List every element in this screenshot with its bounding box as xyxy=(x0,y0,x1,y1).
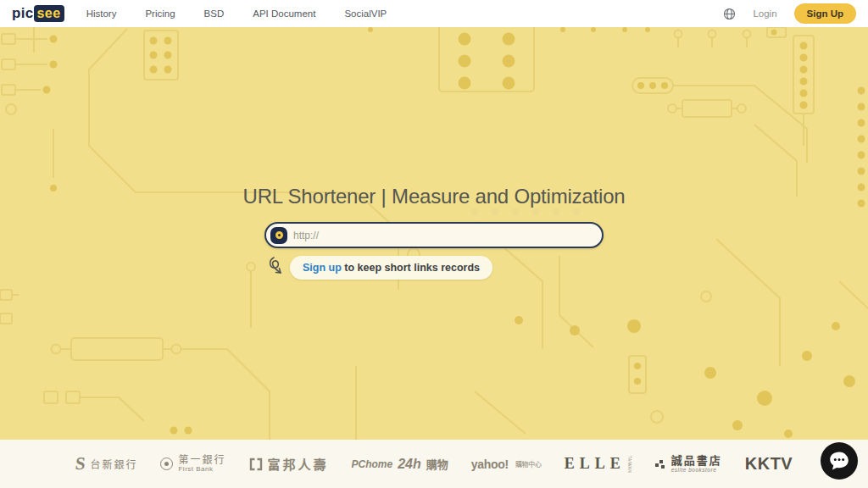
partner-label: KKTV xyxy=(745,454,793,474)
globe-icon[interactable] xyxy=(723,8,736,20)
signup-hint-link[interactable]: Sign up xyxy=(303,262,342,274)
logo-text-pic: pic xyxy=(12,5,33,22)
partner-sublabel: First Bank xyxy=(178,466,225,474)
nav-item-bsd[interactable]: BSD xyxy=(204,8,225,19)
signup-hint-pill[interactable]: Sign up to keep short links records xyxy=(290,256,492,280)
curly-arrow-icon xyxy=(266,256,287,280)
partner-taishin-bank: S 台新銀行 xyxy=(75,455,138,473)
partner-eslite-bookstore: 誠品書店 eslite bookstore xyxy=(654,455,722,473)
chat-button[interactable] xyxy=(821,442,858,480)
partner-yahoo-shopping: yahoo!購物中心 xyxy=(471,458,542,471)
nav-item-history[interactable]: History xyxy=(86,8,117,19)
signup-hint-row: Sign up to keep short links records xyxy=(264,256,604,280)
taishin-bank-icon: S xyxy=(75,455,86,473)
header-right: Login Sign Up xyxy=(723,3,856,24)
page-title: URL Shortener | Measure and Optimization xyxy=(243,185,626,208)
nav-item-api-document[interactable]: API Document xyxy=(253,8,315,19)
picsee-homepage: pic see History Pricing BSD API Document… xyxy=(0,0,868,488)
url-shortener-bar xyxy=(264,222,604,248)
signup-button[interactable]: Sign Up xyxy=(794,3,856,24)
picsee-logo[interactable]: pic see xyxy=(12,5,64,22)
partner-elle: ELLE TAIWAN xyxy=(565,455,632,473)
partners-bar: S 台新銀行 第一銀行 First Bank 富邦人壽 PChome24h購物 … xyxy=(0,440,868,488)
partner-label-24h: 24h xyxy=(398,457,421,472)
partner-label: yahoo! xyxy=(471,458,509,471)
partner-label-shop: 購物 xyxy=(426,456,448,472)
nav-item-socialvip[interactable]: SocialVIP xyxy=(344,8,387,19)
partner-label: ELLE xyxy=(565,455,626,473)
nav-item-pricing[interactable]: Pricing xyxy=(145,8,175,19)
partner-kktv: KKTV xyxy=(745,454,793,474)
partner-label: 誠品書店 xyxy=(671,455,722,467)
eslite-icon xyxy=(654,458,666,470)
picsee-mark-ring xyxy=(275,231,283,239)
main-nav: History Pricing BSD API Document SocialV… xyxy=(86,8,387,19)
url-input[interactable] xyxy=(293,230,593,241)
partner-label: 第一銀行 xyxy=(178,455,225,466)
picsee-mark-icon xyxy=(270,227,287,244)
hero-section: URL Shortener | Measure and Optimization… xyxy=(0,27,868,440)
partner-fubon-life: 富邦人壽 xyxy=(249,455,329,473)
hero-content: URL Shortener | Measure and Optimization… xyxy=(264,185,604,280)
partner-first-bank: 第一銀行 First Bank xyxy=(160,455,225,474)
signup-hint-text: to keep short links records xyxy=(342,262,480,274)
logo-text-see: see xyxy=(34,5,64,22)
partner-pchome: PChome24h購物 xyxy=(352,456,448,472)
fubon-life-icon xyxy=(249,458,263,471)
chat-bubble-icon xyxy=(821,442,858,480)
partner-sublabel: 購物中心 xyxy=(515,459,542,469)
login-button[interactable]: Login xyxy=(753,8,776,19)
partner-label: PChome xyxy=(352,458,393,470)
partner-label: 台新銀行 xyxy=(90,457,137,471)
partner-sublabel: eslite bookstore xyxy=(671,467,722,473)
partner-label: 富邦人壽 xyxy=(268,455,329,473)
first-bank-icon xyxy=(160,458,173,470)
top-navbar: pic see History Pricing BSD API Document… xyxy=(0,0,868,27)
partner-sublabel: TAIWAN xyxy=(627,456,632,473)
